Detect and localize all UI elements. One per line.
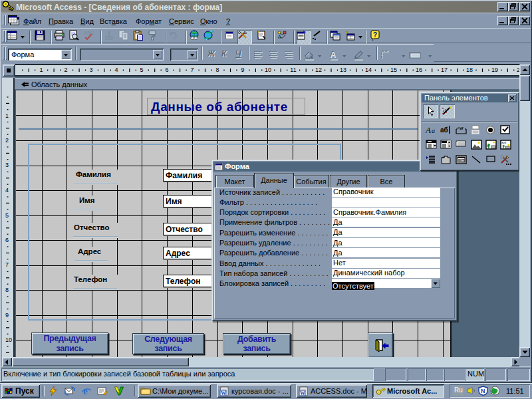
svg-text:W: W (221, 390, 226, 396)
svg-text:a: a (432, 127, 435, 134)
svg-text:аб: аб (440, 126, 448, 134)
svg-text:?: ? (373, 31, 377, 39)
svg-text:e: e (83, 386, 88, 396)
svg-text:A: A (331, 51, 336, 60)
svg-text:A: A (426, 125, 431, 134)
svg-text:ABC: ABC (84, 31, 94, 35)
svg-text:W: W (300, 390, 305, 396)
svg-text:N: N (481, 388, 485, 394)
svg-text:xyz: xyz (501, 140, 507, 144)
